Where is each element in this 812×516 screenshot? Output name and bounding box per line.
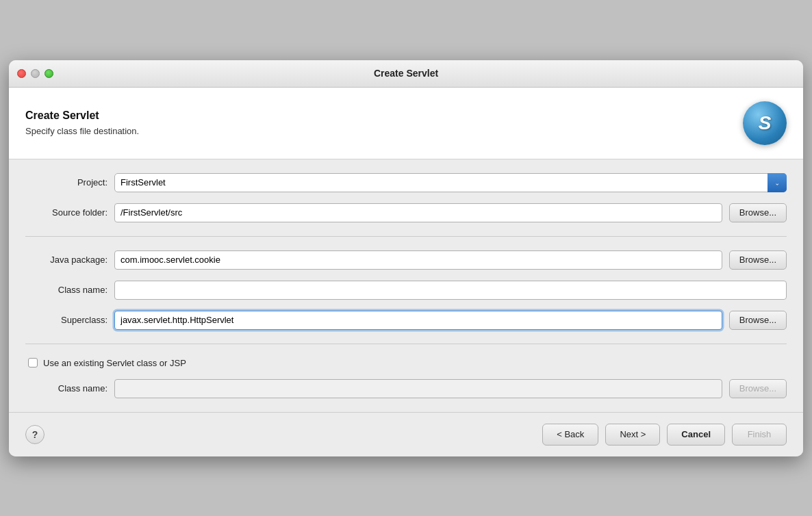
next-button[interactable]: Next > <box>605 424 660 446</box>
window-title: Create Servlet <box>374 68 438 79</box>
java-package-browse-button[interactable]: Browse... <box>729 250 787 270</box>
superclass-input[interactable] <box>114 311 722 330</box>
source-folder-label: Source folder: <box>25 207 107 218</box>
class-name2-browse-button: Browse... <box>729 379 787 398</box>
class-name2-row: Class name: Browse... <box>25 379 787 398</box>
class-name-input[interactable] <box>114 281 787 300</box>
header-section: Create Servlet Specify class file destin… <box>9 88 803 159</box>
finish-button[interactable]: Finish <box>732 424 787 446</box>
footer-section: ? < Back Next > Cancel Finish <box>9 412 803 456</box>
dialog-subtitle: Specify class file destination. <box>25 126 139 136</box>
java-package-row: Java package: Browse... <box>25 250 787 270</box>
class-name2-label: Class name: <box>25 383 107 394</box>
minimize-button[interactable] <box>31 69 40 78</box>
project-select-wrapper: FirstServlet <box>114 173 787 192</box>
class-name-label: Class name: <box>25 285 107 295</box>
footer-left: ? <box>25 425 45 444</box>
java-package-label: Java package: <box>25 255 107 265</box>
superclass-label: Superclass: <box>25 315 107 325</box>
close-button[interactable] <box>17 69 26 78</box>
separator-1 <box>25 236 787 237</box>
maximize-button[interactable] <box>45 69 53 78</box>
traffic-lights <box>17 69 53 78</box>
servlet-icon: S <box>743 101 787 145</box>
separator-2 <box>25 344 787 344</box>
header-text: Create Servlet Specify class file destin… <box>25 109 139 136</box>
source-folder-browse-button[interactable]: Browse... <box>729 203 787 222</box>
footer-buttons: < Back Next > Cancel Finish <box>542 424 787 446</box>
superclass-browse-button[interactable]: Browse... <box>729 311 787 330</box>
class-name2-input[interactable] <box>114 379 722 398</box>
class-name-row: Class name: <box>25 281 787 300</box>
java-package-input[interactable] <box>114 250 722 270</box>
existing-servlet-checkbox[interactable] <box>28 358 38 367</box>
cancel-button[interactable]: Cancel <box>667 424 725 446</box>
dialog-title: Create Servlet <box>25 109 139 122</box>
project-select[interactable]: FirstServlet <box>114 173 787 192</box>
form-content: Project: FirstServlet Source folder: Bro… <box>9 159 803 412</box>
existing-servlet-label: Use an existing Servlet class or JSP <box>43 358 186 368</box>
title-bar: Create Servlet <box>9 60 803 88</box>
source-folder-row: Source folder: Browse... <box>25 203 787 222</box>
back-button[interactable]: < Back <box>542 424 598 446</box>
superclass-row: Superclass: Browse... <box>25 311 787 330</box>
dialog-window: Create Servlet Create Servlet Specify cl… <box>9 60 803 456</box>
project-label: Project: <box>25 177 107 188</box>
existing-servlet-checkbox-row: Use an existing Servlet class or JSP <box>25 358 787 368</box>
source-folder-input[interactable] <box>114 203 722 222</box>
project-row: Project: FirstServlet <box>25 173 787 192</box>
help-button[interactable]: ? <box>25 425 45 444</box>
